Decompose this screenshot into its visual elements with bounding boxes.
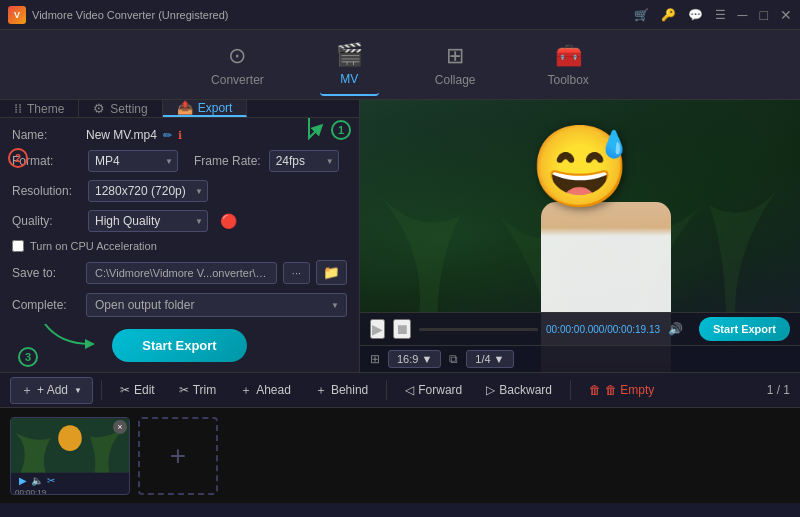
converter-icon: ⊙ bbox=[228, 43, 246, 69]
titlebar-controls: 🛒 🔑 💬 ☰ ─ □ ✕ bbox=[634, 7, 792, 23]
emoji-face: 😅 bbox=[530, 120, 630, 214]
forward-button[interactable]: ◁ Forward bbox=[395, 379, 472, 401]
save-label: Save to: bbox=[12, 266, 80, 280]
tab-export[interactable]: 📤 Export bbox=[163, 100, 248, 117]
trim-button[interactable]: ✂ Trim bbox=[169, 379, 227, 401]
badge-2: 2 bbox=[8, 148, 28, 168]
export-icon: 📤 bbox=[177, 100, 193, 115]
clip-controls: ⊞ 16:9 ▼ ⧉ 1/4 ▼ bbox=[360, 345, 800, 372]
quality-row: Quality: High QualityMedium Quality 🔴 bbox=[12, 210, 347, 232]
fps-select[interactable]: 24fps25fps30fps bbox=[269, 150, 339, 172]
save-row: Save to: C:\Vidmore\Vidmore V...onverter… bbox=[12, 260, 347, 285]
empty-button[interactable]: 🗑 🗑 Empty bbox=[579, 379, 664, 401]
timeline-close-button[interactable]: × bbox=[113, 420, 127, 434]
badge-1: 1 bbox=[331, 120, 351, 140]
complete-select[interactable]: Open output folderDo nothing bbox=[86, 293, 347, 317]
left-panel: ⁞⁞ Theme ⚙ Setting 📤 Export 1 2 bbox=[0, 100, 360, 372]
export-panel: 1 2 Name: New MV.mp4 ✏ ℹ Format: bbox=[0, 118, 359, 372]
chat-icon[interactable]: 💬 bbox=[688, 8, 703, 22]
toolbar-sep-2 bbox=[386, 380, 387, 400]
nav-toolbox-label: Toolbox bbox=[548, 73, 589, 87]
ahead-icon: ＋ bbox=[240, 382, 252, 399]
app-logo: V bbox=[8, 6, 26, 24]
progress-bar[interactable] bbox=[419, 328, 538, 331]
setting-gear-icon: ⚙ bbox=[93, 101, 105, 116]
titlebar-left: V Vidmore Video Converter (Unregistered) bbox=[8, 6, 228, 24]
ahead-button[interactable]: ＋ Ahead bbox=[230, 378, 301, 403]
arrow-1 bbox=[289, 118, 329, 148]
menu-icon[interactable]: ☰ bbox=[715, 8, 726, 22]
trim-label: Trim bbox=[193, 383, 217, 397]
resolution-select[interactable]: 1280x720 (720p)1920x1080 (1080p) bbox=[88, 180, 208, 202]
nav-mv[interactable]: 🎬 MV bbox=[320, 34, 379, 96]
tab-theme[interactable]: ⁞⁞ Theme bbox=[0, 100, 79, 117]
timeline-add-button[interactable]: + bbox=[138, 417, 218, 495]
nav-toolbox[interactable]: 🧰 Toolbox bbox=[532, 35, 605, 95]
add-dropdown-icon: ▼ bbox=[74, 386, 82, 395]
timeline-info: ▶ 🔈 ✂ bbox=[11, 473, 129, 488]
forward-label: Forward bbox=[418, 383, 462, 397]
resolution-row: Resolution: 1280x720 (720p)1920x1080 (10… bbox=[12, 180, 347, 202]
nav-converter[interactable]: ⊙ Converter bbox=[195, 35, 280, 95]
edit-button[interactable]: ✂ Edit bbox=[110, 379, 165, 401]
volume-icon[interactable]: 🔊 bbox=[668, 322, 683, 336]
behind-icon: ＋ bbox=[315, 382, 327, 399]
quality-label: Quality: bbox=[12, 214, 80, 228]
arrow-3 bbox=[40, 324, 100, 354]
key-icon[interactable]: 🔑 bbox=[661, 8, 676, 22]
stop-button[interactable]: ⏹ bbox=[393, 319, 411, 339]
name-label: Name: bbox=[12, 128, 80, 142]
tab-bar: ⁞⁞ Theme ⚙ Setting 📤 Export bbox=[0, 100, 359, 118]
time-display: 00:00:00.000/00:00:19.13 bbox=[546, 324, 660, 335]
nav-converter-label: Converter bbox=[211, 73, 264, 87]
cart-icon[interactable]: 🛒 bbox=[634, 8, 649, 22]
edit-icon: ✂ bbox=[120, 383, 130, 397]
resolution-label: Resolution: bbox=[12, 184, 80, 198]
svg-point-2 bbox=[58, 425, 82, 451]
nav-collage[interactable]: ⊞ Collage bbox=[419, 35, 492, 95]
volume-small-icon[interactable]: 🔈 bbox=[31, 475, 43, 486]
aspect-row: ▶ ⏹ 00:00:00.000/00:00:19.13 🔊 Start Exp… bbox=[360, 312, 800, 345]
backward-button[interactable]: ▷ Backward bbox=[476, 379, 562, 401]
bitrate-icon[interactable]: 🔴 bbox=[220, 213, 237, 229]
start-export-button[interactable]: Start Export bbox=[112, 329, 246, 362]
format-select[interactable]: MP4AVIMKV bbox=[88, 150, 178, 172]
play-button[interactable]: ▶ bbox=[370, 319, 385, 339]
collage-icon: ⊞ bbox=[446, 43, 464, 69]
toolbar-sep-3 bbox=[570, 380, 571, 400]
add-media-icon: + bbox=[170, 440, 186, 472]
info-icon[interactable]: ℹ bbox=[178, 129, 182, 142]
accelerate-checkbox[interactable] bbox=[12, 240, 24, 252]
aspect-ratio-button[interactable]: 16:9 ▼ bbox=[388, 350, 441, 368]
timeline-controls: ▶ 🔈 ✂ bbox=[15, 475, 59, 486]
clip-count-button[interactable]: 1/4 ▼ bbox=[466, 350, 513, 368]
save-dots-button[interactable]: ··· bbox=[283, 262, 310, 284]
name-value: New MV.mp4 bbox=[86, 128, 157, 142]
add-button[interactable]: ＋ + Add ▼ bbox=[10, 377, 93, 404]
close-button[interactable]: ✕ bbox=[780, 7, 792, 23]
folder-button[interactable]: 📁 bbox=[316, 260, 347, 285]
complete-label: Complete: bbox=[12, 298, 80, 312]
play-small-icon[interactable]: ▶ bbox=[19, 475, 27, 486]
format-select-wrapper: MP4AVIMKV bbox=[88, 150, 178, 172]
thumb-bg bbox=[11, 418, 129, 473]
mv-icon: 🎬 bbox=[336, 42, 363, 68]
behind-label: Behind bbox=[331, 383, 368, 397]
tab-theme-label: Theme bbox=[27, 102, 64, 116]
app-title: Vidmore Video Converter (Unregistered) bbox=[32, 9, 228, 21]
minimize-button[interactable]: ─ bbox=[738, 7, 748, 23]
svg-marker-0 bbox=[85, 339, 95, 349]
copy-icon: ⧉ bbox=[449, 352, 458, 366]
tab-setting[interactable]: ⚙ Setting bbox=[79, 100, 162, 117]
accelerate-label: Turn on CPU Acceleration bbox=[30, 240, 157, 252]
behind-button[interactable]: ＋ Behind bbox=[305, 378, 378, 403]
quality-select[interactable]: High QualityMedium Quality bbox=[88, 210, 208, 232]
start-export-right-button[interactable]: Start Export bbox=[699, 317, 790, 341]
edit-icon[interactable]: ✏ bbox=[163, 129, 172, 142]
titlebar: V Vidmore Video Converter (Unregistered)… bbox=[0, 0, 800, 30]
ahead-label: Ahead bbox=[256, 383, 291, 397]
cut-small-icon[interactable]: ✂ bbox=[47, 475, 55, 486]
maximize-button[interactable]: □ bbox=[760, 7, 768, 23]
resolution-select-wrapper: 1280x720 (720p)1920x1080 (1080p) bbox=[88, 180, 208, 202]
trim-icon: ✂ bbox=[179, 383, 189, 397]
